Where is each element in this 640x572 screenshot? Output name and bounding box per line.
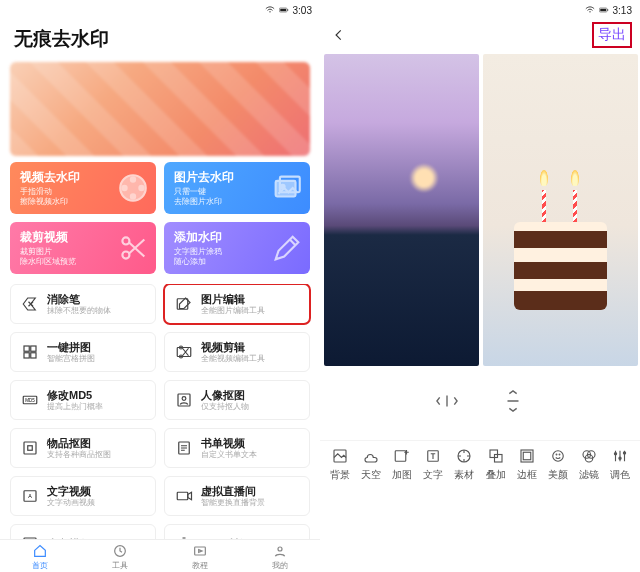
tool-sub: 智能宫格拼图	[47, 354, 95, 363]
tutorial-icon	[192, 543, 208, 559]
text-icon	[424, 447, 442, 465]
toolbar-sticker[interactable]: 素材	[449, 447, 479, 482]
toolbar-label: 调色	[610, 468, 630, 482]
tool-sub: 全能视频编辑工具	[201, 354, 265, 363]
svg-point-4	[131, 177, 135, 181]
sky-icon	[362, 447, 380, 465]
toolbar-beauty[interactable]: 美颜	[543, 447, 573, 482]
toolbar-label: 天空	[361, 468, 381, 482]
tool-item-7[interactable]: 书单视频 自定义书单文本	[164, 428, 310, 468]
wifi-icon	[265, 5, 275, 15]
template-icon	[21, 535, 39, 539]
tool-item-9[interactable]: 虚拟直播间 智能更换直播背景	[164, 476, 310, 516]
tool-item-2[interactable]: 一键拼图 智能宫格拼图	[10, 332, 156, 372]
svg-point-49	[559, 454, 560, 455]
md5-icon: MD5	[21, 391, 39, 409]
battery-icon	[599, 5, 609, 15]
swap-vertical-button[interactable]	[498, 390, 528, 412]
tool-item-0[interactable]: 消除笔 抹除不想要的物体	[10, 284, 156, 324]
nav-tutorial[interactable]: 教程	[160, 543, 240, 571]
toolbar-overlay[interactable]: 叠加	[481, 447, 511, 482]
nav-label: 首页	[32, 560, 48, 571]
text-video-icon: A	[21, 487, 39, 505]
toolbar-add-image[interactable]: 加图	[387, 447, 417, 482]
tool-sub: 支持各种商品抠图	[47, 450, 111, 459]
tool-sub: 智能更换直播背景	[201, 498, 265, 507]
svg-point-24	[182, 397, 186, 401]
feature-card-1[interactable]: 图片去水印 只需一键去除图片水印	[164, 162, 310, 214]
back-button[interactable]	[328, 24, 350, 46]
image-stack-icon	[270, 171, 304, 205]
booklist-icon	[175, 439, 193, 457]
svg-rect-17	[31, 353, 36, 358]
toolbar-filter[interactable]: 滤镜	[574, 447, 604, 482]
svg-point-55	[624, 452, 626, 454]
tool-list: 消除笔 抹除不想要的物体 图片编辑 全能图片编辑工具 一键拼图 智能宫格拼图 视…	[0, 284, 320, 539]
toolbar-label: 美颜	[548, 468, 568, 482]
status-bar: 3:03	[0, 0, 320, 18]
svg-rect-37	[600, 9, 606, 12]
frame-icon	[518, 447, 536, 465]
toolbar-label: 背景	[330, 468, 350, 482]
svg-rect-38	[607, 9, 608, 11]
toolbar-background[interactable]: 背景	[325, 447, 355, 482]
svg-rect-15	[31, 346, 36, 351]
object-cut-icon	[21, 439, 39, 457]
feature-card-3[interactable]: 添加水印 文字图片涂鸦随心添加	[164, 222, 310, 274]
tool-title: 物品抠图	[47, 437, 111, 450]
toolbar-frame[interactable]: 边框	[512, 447, 542, 482]
tool-item-6[interactable]: 物品抠图 支持各种商品抠图	[10, 428, 156, 468]
tool-sub: 自定义书单文本	[201, 450, 257, 459]
feature-card-0[interactable]: 视频去水印 手指滑动擦除视频水印	[10, 162, 156, 214]
tool-item-11[interactable]: 修改时长	[164, 524, 310, 539]
nav-profile[interactable]: 我的	[240, 543, 320, 571]
overlay-icon	[487, 447, 505, 465]
toolbar-text[interactable]: 文字	[418, 447, 448, 482]
tool-item-5[interactable]: 人像抠图 仅支持抠人物	[164, 380, 310, 420]
tool-title: 修改MD5	[47, 389, 103, 402]
svg-text:MD5: MD5	[25, 398, 35, 403]
svg-rect-44	[494, 455, 502, 463]
add-image-icon	[393, 447, 411, 465]
svg-point-6	[131, 194, 135, 198]
tool-item-10[interactable]: 水印模板	[10, 524, 156, 539]
nav-tools[interactable]: 工具	[80, 543, 160, 571]
edited-image-2[interactable]	[483, 54, 638, 366]
svg-rect-46	[523, 452, 531, 460]
edit-toolbar: 背景 天空 加图 文字 素材 叠加 边框 美颜 滤镜	[320, 440, 640, 488]
edited-image-1[interactable]	[324, 54, 479, 366]
tool-sub: 抹除不想要的物体	[47, 306, 111, 315]
nav-label: 我的	[272, 560, 288, 571]
promo-banner[interactable]	[10, 62, 310, 156]
image-canvas[interactable]	[320, 54, 640, 366]
tool-title: 一键拼图	[47, 341, 95, 354]
duration-icon	[175, 535, 193, 539]
page-title: 无痕去水印	[0, 18, 320, 56]
tool-item-3[interactable]: 视频剪辑 全能视频编辑工具	[164, 332, 310, 372]
battery-icon	[279, 5, 289, 15]
export-button[interactable]: 导出	[592, 22, 632, 48]
bottom-nav: 首页 工具 教程 我的	[0, 539, 320, 572]
svg-rect-2	[287, 9, 288, 11]
tool-item-8[interactable]: A 文字视频 文字动画视频	[10, 476, 156, 516]
toolbar-label: 叠加	[486, 468, 506, 482]
portrait-cut-icon	[175, 391, 193, 409]
toolbar-adjust[interactable]: 调色	[605, 447, 635, 482]
status-time: 3:13	[613, 5, 632, 16]
svg-rect-30	[177, 492, 188, 500]
toolbar-label: 边框	[517, 468, 537, 482]
feature-card-2[interactable]: 裁剪视频 裁剪图片除水印区域预览	[10, 222, 156, 274]
nav-home[interactable]: 首页	[0, 543, 80, 571]
svg-rect-34	[195, 547, 206, 555]
background-icon	[331, 447, 349, 465]
status-time: 3:03	[293, 5, 312, 16]
swap-horizontal-button[interactable]	[432, 390, 462, 412]
svg-rect-43	[490, 450, 498, 458]
tool-item-4[interactable]: MD5 修改MD5 提高上热门概率	[10, 380, 156, 420]
edit-image-icon	[175, 295, 193, 313]
adjust-icon	[611, 447, 629, 465]
tool-item-1[interactable]: 图片编辑 全能图片编辑工具	[164, 284, 310, 324]
toolbar-sky[interactable]: 天空	[356, 447, 386, 482]
livestream-icon	[175, 487, 193, 505]
tool-title: 修改时长	[201, 538, 245, 539]
